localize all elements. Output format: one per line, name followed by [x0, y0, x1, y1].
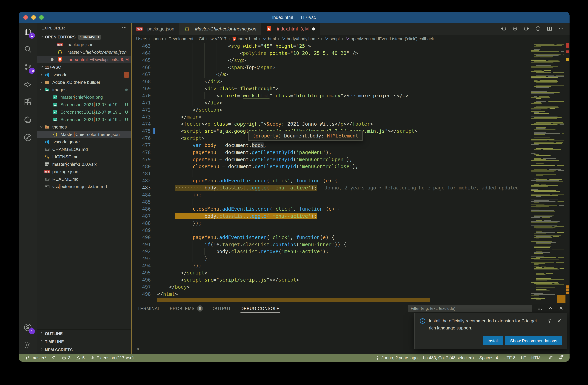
status-5[interactable]: 5 [73, 354, 87, 362]
code-line-478[interactable]: 478 pageMenu = document.getElementById('… [132, 149, 569, 156]
breadcrumb-item[interactable]: Users [136, 36, 147, 41]
section-timeline[interactable]: TIMELINE [37, 338, 131, 346]
panel-tab-terminal[interactable]: TERMINAL [138, 303, 160, 314]
section-npm-scripts[interactable]: NPM SCRIPTS [37, 346, 131, 354]
overview-ruler[interactable] [566, 43, 569, 303]
horizontal-scrollbar[interactable] [157, 298, 430, 302]
code-line-490[interactable]: 490 pageMenu.addEventListener('click', f… [132, 234, 569, 241]
code-line-474[interactable]: 474 <footer><p class="copyright">&copy; … [132, 121, 569, 128]
install-button[interactable]: Install [483, 336, 503, 345]
code-line-477[interactable]: 477 var body = document.body, [132, 142, 569, 149]
code-line-485[interactable]: 485 [132, 199, 569, 206]
tree-item-master[interactable]: master-chief-1.0.0.vsix [37, 161, 131, 168]
code-line-472[interactable]: 472 </section> [132, 106, 569, 114]
code-line-496[interactable]: 496 <script src="script/script.js"></scr… [132, 277, 569, 284]
minimap[interactable] [530, 43, 566, 303]
panel-tab-output[interactable]: OUTPUT [212, 303, 231, 314]
code-line-484[interactable]: 484 }); [132, 191, 569, 199]
close-panel-icon[interactable] [558, 305, 564, 311]
code-line-473[interactable]: 473 </main> [132, 113, 569, 121]
code-line-483[interactable]: 483 ··········body.classList.toggle('men… [132, 184, 569, 191]
breadcrumb-item[interactable]: Git [199, 36, 204, 41]
breadcrumb-item[interactable]: 5index.html [232, 36, 257, 41]
nav-back-icon[interactable] [501, 26, 506, 32]
settings-gear-icon[interactable] [19, 336, 37, 354]
code-line-481[interactable]: 481 [132, 170, 569, 177]
tree-item-vsc[interactable]: vsc-extension-quickstart.md [37, 183, 131, 190]
code-line-487[interactable]: 487 body.classList.toggle('menu--active'… [132, 213, 569, 220]
code-line-480[interactable]: 480 closeMenu = document.getElementById(… [132, 163, 569, 170]
project-section-117-vsc[interactable]: 117-VSC [37, 63, 131, 71]
open-editor-index.html[interactable]: 5index.html~/Development/...8, M [37, 56, 131, 63]
code-line-482[interactable]: 482 openMenu.addEventListener('click', f… [132, 177, 569, 184]
tree-item-license-md[interactable]: LICENSE.md [37, 153, 131, 161]
code-editor[interactable]: 463 <svg width="45" height="25">464 <pol… [132, 43, 569, 303]
notification-settings-icon[interactable] [547, 318, 552, 324]
status-master-[interactable]: master* [22, 354, 49, 362]
tree-item-changelog-md[interactable]: CHANGELOG.md [37, 146, 131, 153]
code-line-463[interactable]: 463 <svg width="45" height="25"> [132, 43, 569, 50]
breadcrumb-item[interactable]: body#body.home [281, 36, 319, 41]
breadcrumb-item[interactable]: jw-v2017 [210, 36, 227, 41]
show-recommendations-button[interactable]: Show Recommendations [505, 336, 562, 345]
tree-item-screenshot-2021[interactable]: Screenshot 2021-12-07 at 19...U [37, 108, 131, 116]
status-ln-483-col-7-48-selected-[interactable]: Ln 483, Col 7 (48 selected) [420, 354, 477, 362]
status-spaces-4[interactable]: Spaces: 4 [477, 354, 501, 362]
tree-item-master[interactable]: {}Master-Chief-color-theme.json [37, 131, 131, 138]
breadcrumb-item[interactable]: Development [168, 36, 193, 41]
code-line-468[interactable]: 468 </div> [132, 78, 569, 85]
code-line-488[interactable]: 488 }); [132, 220, 569, 227]
status-extension-117-vsc-[interactable]: Extension (117-vsc) [87, 354, 136, 362]
console-prompt[interactable]: > [136, 346, 140, 352]
code-line-494[interactable]: 494 }); [132, 262, 569, 269]
tree-item-package-json[interactable]: npmpackage.json [37, 168, 131, 175]
code-line-491[interactable]: 491 if(!e.target.classList.contains('men… [132, 241, 569, 248]
browser-swirl-icon[interactable] [19, 111, 37, 129]
panel-tab-debug-console[interactable]: DEBUG CONSOLE [240, 303, 280, 314]
code-line-486[interactable]: 486 closeMenu.addEventListener('click', … [132, 205, 569, 213]
tab-index-html[interactable]: 5index.html8, M [261, 23, 320, 35]
code-line-492[interactable]: 492 body.classList.remove('menu--active'… [132, 248, 569, 255]
status-utf-8[interactable]: UTF-8 [501, 354, 518, 362]
accounts-icon[interactable]: 1 [19, 319, 37, 336]
breadcrumb-item[interactable]: openMenu.addEventListener('click') callb… [345, 36, 434, 41]
tree-item--vscode[interactable]: .vscode [37, 71, 131, 79]
code-line-489[interactable]: 489 [132, 227, 569, 234]
status-html[interactable]: HTML [528, 354, 546, 362]
code-line-464[interactable]: 464 <polyline points="10 20, 25 5, 40 20… [132, 50, 569, 57]
section-outline[interactable]: OUTLINE [37, 329, 131, 338]
status-jonno-2-years-ago[interactable]: Jonno, 2 years ago [372, 354, 420, 362]
git-graph-icon[interactable] [19, 129, 37, 146]
code-line-497[interactable]: 497 </body> [132, 284, 569, 291]
more-actions-icon[interactable] [122, 25, 127, 31]
status-sync-icon[interactable] [49, 354, 59, 362]
code-line-469[interactable]: 469 <div class="flowThrough"> [132, 85, 569, 92]
code-line-470[interactable]: 470 <a href="work.html" class="btn btn-p… [132, 92, 569, 99]
code-line-465[interactable]: 465 </svg> [132, 57, 569, 64]
debug-filter-input[interactable] [408, 304, 532, 312]
extensions-icon[interactable] [19, 93, 37, 111]
code-line-479[interactable]: 479 openMenu = document.getElementById('… [132, 156, 569, 163]
status-3[interactable]: 3 [59, 354, 73, 362]
tab-master-chief-color-theme-json[interactable]: {}Master-Chief-color-theme.json [179, 23, 261, 35]
tree-item-images[interactable]: images [37, 86, 131, 93]
search-icon[interactable] [19, 41, 37, 58]
source-control-icon[interactable]: 10 [19, 58, 37, 76]
run-debug-icon[interactable] [19, 76, 37, 93]
history-icon[interactable] [535, 26, 541, 32]
tree-item-screenshot-2021[interactable]: Screenshot 2021-12-07 at 19...U [37, 116, 131, 123]
notification-close-icon[interactable] [556, 318, 562, 324]
clear-filter-icon[interactable] [537, 305, 543, 311]
tree-item-readme-md[interactable]: README.md [37, 175, 131, 183]
nav-forward-icon[interactable] [524, 26, 530, 32]
code-line-498[interactable]: 498</html> [132, 291, 569, 298]
split-editor-icon[interactable] [546, 26, 553, 32]
code-line-466[interactable]: 466 <span>Top</span> [132, 64, 569, 71]
more-actions-icon[interactable] [558, 26, 564, 32]
breadcrumb-item[interactable]: jonno [153, 36, 163, 41]
code-line-493[interactable]: 493 } [132, 255, 569, 262]
status-bell-icon[interactable] [556, 354, 566, 362]
open-editor-Master-Chief-color-theme.json[interactable]: {}Master-Chief-color-theme.jsonth... [37, 48, 131, 56]
maximize-panel-icon[interactable] [548, 305, 553, 311]
code-line-495[interactable]: 495 </script> [132, 269, 569, 277]
